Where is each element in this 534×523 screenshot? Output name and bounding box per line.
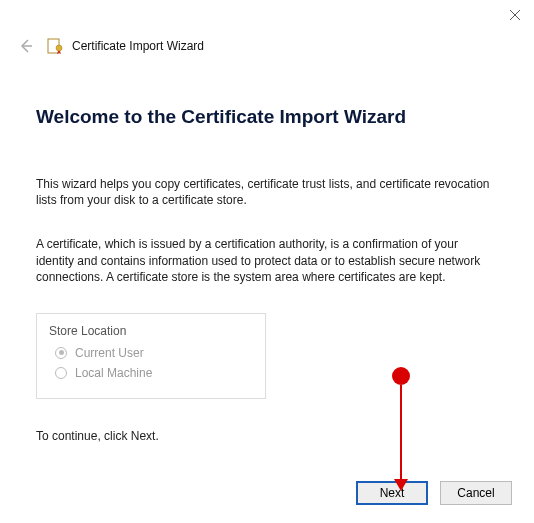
back-arrow-icon[interactable]	[16, 36, 36, 56]
wizard-footer: Next Cancel	[0, 481, 534, 505]
store-location-group: Store Location Current User Local Machin…	[36, 313, 266, 399]
cancel-button[interactable]: Cancel	[440, 481, 512, 505]
wizard-header: Certificate Import Wizard	[0, 30, 534, 66]
radio-icon	[55, 347, 67, 359]
page-heading: Welcome to the Certificate Import Wizard	[36, 106, 498, 128]
svg-point-4	[56, 45, 62, 51]
radio-current-user: Current User	[55, 346, 253, 360]
annotation-arrow-shaft	[400, 385, 402, 481]
close-icon[interactable]	[508, 8, 522, 22]
annotation-dot	[392, 367, 410, 385]
titlebar	[0, 0, 534, 30]
radio-label: Current User	[75, 346, 144, 360]
store-location-legend: Store Location	[49, 324, 253, 338]
radio-label: Local Machine	[75, 366, 152, 380]
radio-local-machine: Local Machine	[55, 366, 253, 380]
next-button[interactable]: Next	[356, 481, 428, 505]
intro-paragraph-1: This wizard helps you copy certificates,…	[36, 176, 498, 208]
radio-icon	[55, 367, 67, 379]
continue-hint: To continue, click Next.	[36, 429, 498, 443]
certificate-icon	[46, 37, 64, 55]
window-title: Certificate Import Wizard	[72, 39, 204, 53]
wizard-body: Welcome to the Certificate Import Wizard…	[0, 66, 534, 443]
annotation-arrow-head	[394, 479, 408, 491]
intro-paragraph-2: A certificate, which is issued by a cert…	[36, 236, 498, 285]
